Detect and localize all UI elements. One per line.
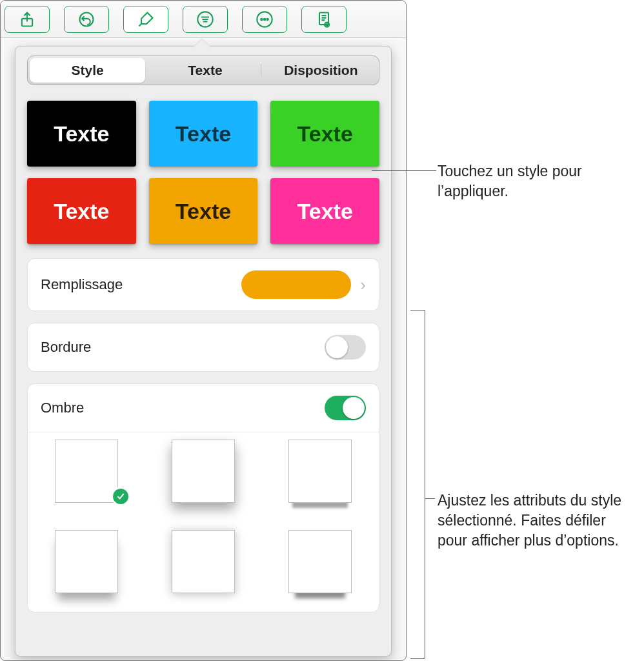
shadow-card: Ombre (27, 383, 379, 613)
shadow-preset-soft[interactable] (41, 529, 132, 594)
border-card: Bordure (27, 323, 379, 372)
shadow-preset-hard[interactable] (275, 529, 366, 594)
fill-label: Remplissage (41, 276, 241, 293)
shadow-row: Ombre (28, 384, 379, 432)
svg-point-9 (327, 24, 328, 25)
shadow-preset-grid (28, 432, 379, 612)
style-preset-blue[interactable]: Texte (149, 101, 258, 167)
device-frame: Style Texte Disposition Texte Texte Text… (0, 0, 407, 661)
callout-connector-2 (425, 498, 435, 499)
fill-row[interactable]: Remplissage › (28, 259, 379, 310)
shadow-label: Ombre (41, 400, 325, 416)
format-brush-button[interactable] (123, 6, 168, 33)
alignment-button[interactable] (183, 6, 228, 33)
document-view-button[interactable] (301, 6, 347, 33)
fill-color-swatch (241, 270, 351, 299)
checkmark-icon (111, 487, 130, 506)
callout-bracket-bottom (410, 658, 425, 659)
svg-point-4 (261, 18, 262, 19)
tab-text[interactable]: Texte (147, 56, 263, 85)
border-toggle[interactable] (325, 335, 366, 360)
svg-point-6 (267, 18, 268, 19)
style-preset-orange[interactable]: Texte (149, 178, 258, 244)
style-preset-black[interactable]: Texte (27, 101, 136, 167)
shadow-preset-none[interactable] (41, 439, 132, 503)
shadow-preset-glow[interactable] (157, 529, 248, 594)
svg-point-5 (264, 18, 265, 19)
style-preset-green[interactable]: Texte (270, 101, 379, 167)
callout-adjust-attributes: Ajustez les attributs du style sélection… (438, 491, 631, 551)
fill-card: Remplissage › (27, 258, 379, 311)
more-button[interactable] (242, 6, 287, 33)
style-preset-red[interactable]: Texte (27, 178, 136, 244)
tab-segmented-control: Style Texte Disposition (27, 56, 379, 85)
chevron-right-icon: › (360, 275, 366, 295)
share-button[interactable] (5, 6, 50, 33)
callout-bracket-top (410, 310, 425, 310)
svg-point-1 (80, 12, 94, 26)
popover-arrow-icon (193, 38, 211, 47)
border-row: Bordure (28, 323, 379, 371)
tab-layout[interactable]: Disposition (263, 56, 379, 85)
shadow-preset-drop[interactable] (157, 439, 248, 503)
app-toolbar (1, 1, 406, 38)
undo-button[interactable] (64, 6, 109, 33)
shadow-toggle[interactable] (325, 396, 366, 420)
tab-style[interactable]: Style (30, 58, 145, 83)
callout-bracket (425, 310, 425, 658)
border-label: Bordure (41, 339, 325, 356)
callout-connector (372, 170, 436, 171)
shadow-preset-contact[interactable] (275, 439, 366, 503)
style-preset-pink[interactable]: Texte (270, 178, 379, 244)
style-preset-grid: Texte Texte Texte Texte Texte Texte (15, 89, 391, 258)
format-panel: Style Texte Disposition Texte Texte Text… (15, 46, 392, 656)
callout-apply-style: Touchez un style pour l’appliquer. (438, 161, 618, 201)
